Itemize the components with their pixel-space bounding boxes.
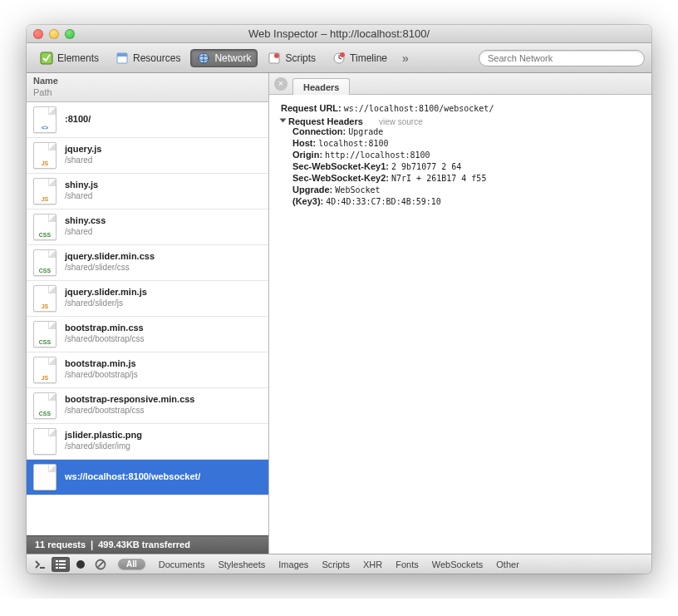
file-blank-icon <box>33 464 56 490</box>
header-value: http://localhost:8100 <box>325 150 430 160</box>
request-name: shiny.js <box>65 180 98 191</box>
tab-scripts[interactable]: Scripts <box>261 49 322 67</box>
header-value: 4D:4D:33:C7:BD:4B:59:10 <box>326 197 440 206</box>
file-js-icon: JS <box>33 357 56 383</box>
tab-timeline[interactable]: Timeline <box>326 49 394 67</box>
window: Web Inspector – http://localhost:8100/ E… <box>27 25 651 574</box>
detail-tabs: × Headers <box>269 73 651 95</box>
request-path: /shared/slider/img <box>65 441 142 452</box>
request-name: jslider.plastic.png <box>65 430 142 441</box>
view-source-link[interactable]: view source <box>379 117 423 126</box>
file-js-icon: JS <box>33 285 56 312</box>
filter-scripts[interactable]: Scripts <box>315 559 356 569</box>
svg-rect-2 <box>117 53 127 57</box>
network-icon <box>197 52 210 65</box>
request-row[interactable]: JSjquery.slider.min.js/shared/slider/js <box>27 281 268 317</box>
request-row[interactable]: CSSshiny.css/shared <box>27 209 268 245</box>
request-name: bootstrap-responsive.min.css <box>65 394 195 406</box>
svg-point-11 <box>340 52 345 57</box>
file-js-icon: JS <box>33 178 56 205</box>
svg-point-18 <box>76 560 85 569</box>
window-title: Web Inspector – http://localhost:8100/ <box>27 27 651 40</box>
record-icon[interactable] <box>71 557 90 572</box>
filter-all[interactable]: All <box>118 559 145 569</box>
request-row[interactable]: jslider.plastic.png/shared/slider/img <box>27 424 268 460</box>
timeline-icon <box>332 52 346 65</box>
header-value: localhost:8100 <box>318 139 388 148</box>
sidebar-header[interactable]: Name Path <box>27 73 268 102</box>
toolbar-more[interactable]: » <box>397 52 414 65</box>
filter-other[interactable]: Other <box>489 559 526 569</box>
list-view-icon[interactable] <box>52 557 70 572</box>
zoom-icon[interactable] <box>65 29 75 39</box>
header-value: Upgrade <box>348 127 383 136</box>
request-row[interactable]: JSjquery.js/shared <box>27 138 268 174</box>
request-row[interactable]: ws://localhost:8100/websocket/ <box>27 460 268 495</box>
header-key: Host: <box>292 138 318 148</box>
request-path: /shared/slider/js <box>65 298 147 309</box>
svg-point-7 <box>274 53 279 58</box>
close-icon[interactable] <box>33 29 43 39</box>
header-key: (Key3): <box>292 196 326 206</box>
tab-headers[interactable]: Headers <box>292 78 350 95</box>
filter-images[interactable]: Images <box>272 559 315 569</box>
svg-rect-13 <box>59 560 66 562</box>
request-url-value: ws://localhost:8100/websocket/ <box>344 104 494 113</box>
resources-icon <box>115 52 129 65</box>
clear-icon[interactable] <box>91 557 110 572</box>
svg-rect-16 <box>56 567 58 569</box>
elements-icon <box>40 52 53 65</box>
sidebar: Name Path <>:8100/JSjquery.js/sharedJSsh… <box>27 73 269 554</box>
request-row[interactable]: CSSbootstrap-responsive.min.css/shared/b… <box>27 388 268 424</box>
request-name: :8100/ <box>65 114 91 126</box>
request-list: <>:8100/JSjquery.js/sharedJSshiny.js/sha… <box>27 102 268 536</box>
request-url-label: Request URL: <box>281 103 341 113</box>
tab-elements[interactable]: Elements <box>33 49 106 67</box>
toolbar: Elements Resources Network Scripts Timel… <box>27 43 651 73</box>
search-container <box>479 50 645 67</box>
disclosure-icon[interactable] <box>280 119 287 123</box>
tab-elements-label: Elements <box>57 52 99 64</box>
titlebar: Web Inspector – http://localhost:8100/ <box>27 25 651 43</box>
search-input[interactable] <box>479 50 645 67</box>
filter-documents[interactable]: Documents <box>152 559 212 569</box>
scripts-icon <box>268 52 281 65</box>
bottom-bar: All DocumentsStylesheetsImagesScriptsXHR… <box>27 554 651 574</box>
col-name: Name <box>33 76 262 87</box>
col-path: Path <box>33 87 262 99</box>
filter-xhr[interactable]: XHR <box>356 559 389 569</box>
tab-timeline-label: Timeline <box>350 52 387 64</box>
header-key: Origin: <box>292 150 325 160</box>
filter-websockets[interactable]: WebSockets <box>425 559 490 569</box>
request-row[interactable]: JSshiny.js/shared <box>27 174 268 209</box>
request-name: jquery.slider.min.css <box>65 251 155 263</box>
header-value: N7rI + 261B17 4 f55 <box>391 174 486 183</box>
tab-resources-label: Resources <box>133 52 180 64</box>
close-detail-icon[interactable]: × <box>274 77 287 91</box>
svg-rect-14 <box>56 564 58 565</box>
svg-rect-12 <box>56 560 58 562</box>
traffic-lights <box>33 29 75 39</box>
minimize-icon[interactable] <box>49 29 59 39</box>
request-path: /shared/bootstrap/js <box>65 370 138 381</box>
console-icon[interactable] <box>32 557 50 572</box>
filter-stylesheets[interactable]: Stylesheets <box>211 559 272 569</box>
request-row[interactable]: CSSbootstrap.min.css/shared/bootstrap/cs… <box>27 317 268 352</box>
request-row[interactable]: <>:8100/ <box>27 102 268 138</box>
filter-fonts[interactable]: Fonts <box>389 559 425 569</box>
header-value: WebSocket <box>335 185 380 195</box>
request-path: /shared <box>65 155 101 166</box>
svg-rect-15 <box>59 564 66 565</box>
request-name: jquery.slider.min.js <box>65 287 147 298</box>
request-path: /shared/slider/css <box>65 263 155 274</box>
file-css-icon: CSS <box>33 214 56 240</box>
request-row[interactable]: JSbootstrap.min.js/shared/bootstrap/js <box>27 352 268 388</box>
tab-resources[interactable]: Resources <box>109 49 187 67</box>
tab-network[interactable]: Network <box>190 49 258 67</box>
request-row[interactable]: CSSjquery.slider.min.css/shared/slider/c… <box>27 245 268 281</box>
svg-line-20 <box>97 561 104 568</box>
file-css-icon: CSS <box>33 392 56 419</box>
request-name: bootstrap.min.css <box>65 323 145 334</box>
status-text: 11 requests ❘ 499.43KB transferred <box>35 540 190 550</box>
main-panel: × Headers Request URL: ws://localhost:81… <box>269 73 651 554</box>
